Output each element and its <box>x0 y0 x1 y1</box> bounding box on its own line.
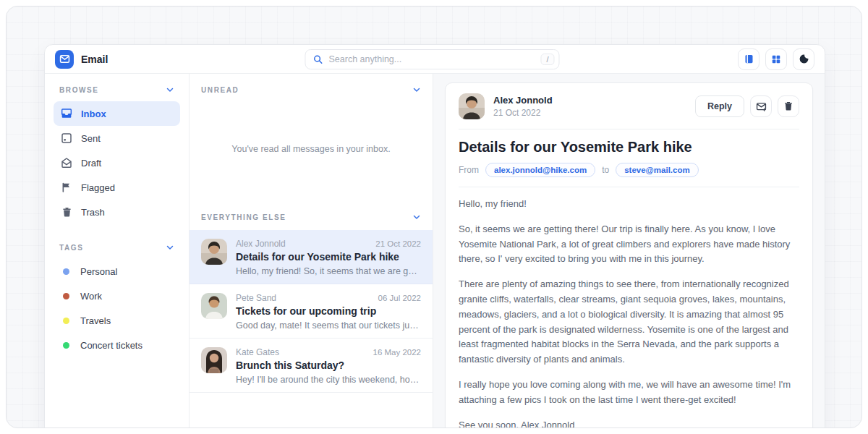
delete-mail-button[interactable] <box>778 95 799 117</box>
body-paragraph: I really hope you love coming along with… <box>459 378 799 408</box>
sidebar-item-draft[interactable]: Draft <box>54 150 180 175</box>
tag-item-concert-tickets[interactable]: Concert tickets <box>54 333 180 357</box>
sidebar-item-label: Trash <box>81 207 105 218</box>
email-date: 16 May 2022 <box>373 348 422 357</box>
sidebar-item-trash[interactable]: Trash <box>54 200 180 224</box>
page-background-frame: Email / <box>6 6 862 428</box>
to-email-chip[interactable]: steve@mail.com <box>616 163 698 177</box>
search-icon <box>312 54 323 64</box>
reply-button[interactable]: Reply <box>695 95 744 117</box>
book-icon <box>744 54 754 64</box>
envelope-logo-icon <box>59 54 70 64</box>
dark-mode-toggle-button[interactable] <box>793 48 814 70</box>
unread-section: UNREAD You've read all messages in your … <box>190 74 433 201</box>
email-app-logo <box>55 50 74 69</box>
app-header: Email / <box>45 45 825 74</box>
grid-icon <box>771 54 781 64</box>
tag-label: Concert tickets <box>80 340 142 351</box>
body-signature: See you soon, Alex Jonnold <box>459 418 799 428</box>
appbar-actions <box>738 48 814 70</box>
tag-label: Personal <box>80 266 117 277</box>
tag-color-dot <box>63 342 69 349</box>
from-email-chip[interactable]: alex.jonnold@hike.com <box>485 163 595 177</box>
open-envelope-icon <box>61 157 72 169</box>
reader-subject: Details for our Yosemite Park hike <box>459 139 799 156</box>
tag-label: Travels <box>80 315 111 326</box>
email-sender: Kate Gates <box>236 347 279 357</box>
search-shortcut-badge: / <box>540 54 554 65</box>
from-label: From <box>459 165 479 175</box>
divider <box>459 187 799 187</box>
sidebar-item-sent[interactable]: Sent <box>54 126 180 150</box>
email-date: 06 Jul 2022 <box>378 294 421 302</box>
divider <box>459 129 799 129</box>
to-label: to <box>602 165 609 175</box>
email-app-window: Email / <box>44 44 825 428</box>
email-snippet: Hello, my friend! So, it seems that we a… <box>236 266 421 276</box>
from-to-row: From alex.jonnold@hike.com to steve@mail… <box>459 163 799 177</box>
inbox-icon <box>61 108 72 119</box>
forward-mail-button[interactable] <box>750 95 772 117</box>
sidebar-item-label: Flagged <box>81 182 115 193</box>
tag-label: Work <box>80 291 102 302</box>
email-reader-card: Alex Jonnold 21 Oct 2022 Reply <box>445 82 813 428</box>
email-snippet: Good day, mate! It seems that our ticket… <box>236 320 421 331</box>
everything-else-collapse-chevron-down-icon[interactable] <box>412 213 421 221</box>
avatar-pete-sand <box>201 293 227 319</box>
email-subject: Brunch this Saturday? <box>236 359 421 371</box>
sidebar-item-inbox[interactable]: Inbox <box>54 101 180 126</box>
tag-color-dot <box>63 293 69 299</box>
message-list-column: UNREAD You've read all messages in your … <box>190 74 433 428</box>
avatar-alex-jonnold <box>201 239 227 265</box>
body-paragraph: There are plenty of amazing things to se… <box>459 277 799 367</box>
reader-panel: Alex Jonnold 21 Oct 2022 Reply <box>433 74 825 428</box>
sidebar-item-label: Draft <box>81 158 101 169</box>
avatar-alex-jonnold-reader <box>459 93 485 119</box>
tag-item-travels[interactable]: Travels <box>54 308 180 333</box>
browse-collapse-chevron-down-icon[interactable] <box>166 85 174 94</box>
tags-collapse-chevron-down-icon[interactable] <box>166 243 174 252</box>
email-sender: Pete Sand <box>236 293 276 303</box>
body-paragraph: So, it seems we are getting there! Our t… <box>459 222 799 267</box>
sent-icon <box>61 132 72 144</box>
tag-item-work[interactable]: Work <box>54 284 180 308</box>
tag-color-dot <box>63 318 69 324</box>
email-snippet: Hey! I'll be around the city this weeken… <box>236 375 421 385</box>
email-list-item-yosemite-hike[interactable]: Alex Jonnold 21 Oct 2022 Details for our… <box>190 230 433 284</box>
search-bar[interactable]: / <box>305 49 559 69</box>
tag-item-personal[interactable]: Personal <box>54 259 180 284</box>
email-list-item-tickets-trip[interactable]: Pete Sand 06 Jul 2022 Tickets for our up… <box>190 284 433 339</box>
apps-grid-button[interactable] <box>765 48 787 70</box>
app-title: Email <box>81 54 108 65</box>
trash-icon <box>783 101 793 111</box>
browse-section-title: BROWSE <box>59 86 99 94</box>
envelope-plus-icon <box>756 101 767 112</box>
email-sender: Alex Jonnold <box>236 239 286 249</box>
unread-section-title: UNREAD <box>201 86 239 94</box>
sidebar-item-label: Inbox <box>81 109 106 119</box>
unread-empty-message: You've read all messages in your inbox. <box>190 100 433 201</box>
sidebar: BROWSE Inbox Sent <box>45 74 190 428</box>
body-paragraph: Hello, my friend! <box>459 197 799 212</box>
tags-section-title: TAGS <box>59 244 83 252</box>
email-list-item-brunch-saturday[interactable]: Kate Gates 16 May 2022 Brunch this Satur… <box>190 339 433 393</box>
tag-color-dot <box>63 268 69 275</box>
email-body: Hello, my friend! So, it seems we are ge… <box>459 197 799 428</box>
moon-icon <box>799 54 809 64</box>
reader-sender-name: Alex Jonnold <box>493 95 553 106</box>
everything-else-section-title: EVERYTHING ELSE <box>201 213 286 221</box>
sidebar-item-flagged[interactable]: Flagged <box>54 175 180 200</box>
address-book-button[interactable] <box>738 48 760 70</box>
avatar-kate-gates <box>201 347 227 373</box>
email-date: 21 Oct 2022 <box>375 239 421 248</box>
flag-icon <box>61 182 72 193</box>
search-input[interactable] <box>328 54 540 64</box>
email-subject: Tickets for our upcoming trip <box>236 305 421 317</box>
unread-collapse-chevron-down-icon[interactable] <box>412 85 421 94</box>
email-subject: Details for our Yosemite Park hike <box>236 251 421 263</box>
reader-date: 21 Oct 2022 <box>493 108 553 118</box>
trash-icon <box>61 207 72 218</box>
sidebar-item-label: Sent <box>81 133 101 144</box>
